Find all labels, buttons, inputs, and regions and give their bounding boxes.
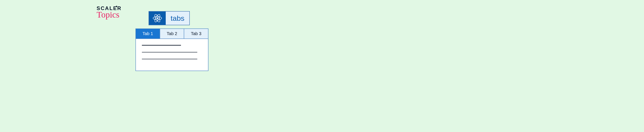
react-icon bbox=[152, 13, 163, 23]
tab-1[interactable]: Tab 1 bbox=[136, 29, 160, 39]
brand-logo: SCALER Topics bbox=[96, 5, 122, 20]
svg-point-3 bbox=[156, 17, 158, 19]
content-line bbox=[142, 59, 197, 59]
tab-3[interactable]: Tab 3 bbox=[184, 29, 208, 39]
brand-line2: Topics bbox=[96, 10, 122, 20]
header-bar: tabs bbox=[148, 11, 190, 25]
tab-widget: Tab 1 Tab 2 Tab 3 bbox=[136, 28, 208, 71]
tab-2[interactable]: Tab 2 bbox=[160, 29, 184, 39]
content-line bbox=[142, 52, 197, 52]
react-icon-box bbox=[149, 11, 166, 25]
header-title: tabs bbox=[166, 11, 189, 25]
brand-dot bbox=[116, 6, 117, 7]
tab-row: Tab 1 Tab 2 Tab 3 bbox=[136, 29, 208, 39]
content-line bbox=[142, 45, 181, 46]
tab-panel bbox=[136, 39, 208, 70]
